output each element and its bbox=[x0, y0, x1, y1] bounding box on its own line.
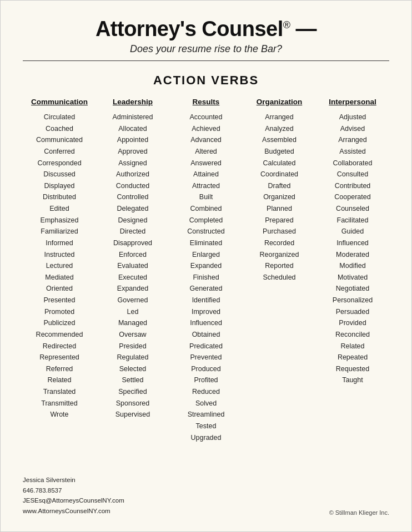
list-item: Redirected bbox=[36, 341, 83, 352]
list-item: Influenced bbox=[333, 237, 373, 249]
footer-phone: 646.783.8537 bbox=[23, 485, 124, 495]
col-items-organization: Arranged Analyzed Assembled Budgeted Cal… bbox=[260, 112, 299, 283]
list-item: Organized bbox=[260, 191, 299, 203]
list-item: Settled bbox=[113, 374, 153, 386]
column-results: Results Accounted Achieved Advanced Alte… bbox=[169, 98, 243, 443]
list-item: Communicated bbox=[36, 134, 83, 146]
list-item: Recommended bbox=[36, 329, 83, 341]
list-item: Related bbox=[36, 374, 83, 386]
list-item: Achieved bbox=[187, 123, 224, 135]
list-item: Informed bbox=[36, 237, 83, 249]
list-item: Appointed bbox=[113, 134, 153, 146]
list-item: Expanded bbox=[187, 260, 224, 272]
list-item: Disapproved bbox=[113, 237, 153, 249]
list-item: Regulated bbox=[113, 352, 153, 363]
list-item: Personalized bbox=[333, 295, 373, 306]
list-item: Corresponded bbox=[36, 158, 83, 169]
list-item: Motivated bbox=[333, 272, 373, 283]
list-item: Discussed bbox=[36, 169, 83, 180]
list-item: Supervised bbox=[113, 409, 153, 420]
col-items-interpersonal: Adjusted Advised Arranged Assisted Colla… bbox=[333, 112, 373, 386]
column-interpersonal: Interpersonal Adjusted Advised Arranged … bbox=[316, 98, 389, 386]
list-item: Enlarged bbox=[187, 249, 224, 261]
divider bbox=[23, 60, 389, 61]
list-item: Finished bbox=[187, 272, 224, 283]
list-item: Analyzed bbox=[260, 123, 299, 135]
list-item: Influenced bbox=[187, 317, 224, 329]
list-item: Lectured bbox=[36, 260, 83, 272]
columns-container: Communication Circulated Coached Communi… bbox=[23, 98, 389, 443]
list-item: Executed bbox=[113, 272, 153, 283]
footer-contact: Jessica Silverstein 646.783.8537 JESEsq@… bbox=[23, 475, 124, 516]
list-item: Completed bbox=[187, 215, 224, 226]
list-item: Reported bbox=[260, 260, 299, 272]
list-item: Calculated bbox=[260, 158, 299, 169]
list-item: Mediated bbox=[36, 272, 83, 283]
list-item: Specified bbox=[113, 386, 153, 398]
column-leadership: Leadership Administered Allocated Appoin… bbox=[96, 98, 169, 420]
list-item: Instructed bbox=[36, 249, 83, 261]
list-item: Presided bbox=[113, 341, 153, 352]
list-item: Delegated bbox=[113, 203, 153, 215]
list-item: Provided bbox=[333, 317, 373, 329]
col-header-organization: Organization bbox=[257, 98, 303, 106]
list-item: Sponsored bbox=[113, 398, 153, 409]
list-item: Prevented bbox=[187, 352, 224, 363]
list-item: Answered bbox=[187, 158, 224, 169]
col-items-leadership: Administered Allocated Appointed Approve… bbox=[113, 112, 153, 420]
list-item: Emphasized bbox=[36, 215, 83, 226]
list-item: Improved bbox=[187, 306, 224, 318]
list-item: Managed bbox=[113, 317, 153, 329]
list-item: Controlled bbox=[113, 191, 153, 203]
list-item: Oriented bbox=[36, 283, 83, 295]
list-item: Transmitted bbox=[36, 398, 83, 409]
list-item: Selected bbox=[113, 363, 153, 375]
list-item: Cooperated bbox=[333, 191, 373, 203]
list-item: Facilitated bbox=[333, 215, 373, 226]
list-item: Requested bbox=[333, 363, 373, 375]
list-item: Related bbox=[333, 341, 373, 352]
list-item: Referred bbox=[36, 363, 83, 375]
list-item: Represented bbox=[36, 352, 83, 363]
col-header-results: Results bbox=[193, 98, 220, 106]
list-item: Arranged bbox=[333, 134, 373, 146]
list-item: Contributed bbox=[333, 180, 373, 192]
brand-text: Attorney's Counsel bbox=[96, 17, 283, 40]
footer-name: Jessica Silverstein bbox=[23, 475, 124, 485]
list-item: Assembled bbox=[260, 134, 299, 146]
list-item: Reduced bbox=[187, 386, 224, 398]
list-item: Reconciled bbox=[333, 329, 373, 341]
list-item: Displayed bbox=[36, 180, 83, 192]
list-item: Obtained bbox=[187, 329, 224, 341]
list-item: Negotiated bbox=[333, 283, 373, 295]
list-item: Reorganized bbox=[260, 249, 299, 261]
list-item: Identified bbox=[187, 295, 224, 306]
list-item: Advised bbox=[333, 123, 373, 135]
list-item: Modified bbox=[333, 260, 373, 272]
list-item: Profited bbox=[187, 374, 224, 386]
list-item: Consulted bbox=[333, 169, 373, 180]
list-item: Attained bbox=[187, 169, 224, 180]
col-header-leadership: Leadership bbox=[113, 98, 153, 106]
list-item: Expanded bbox=[113, 283, 153, 295]
list-item: Coordinated bbox=[260, 169, 299, 180]
page: Attorney's Counsel® — Does your resume r… bbox=[0, 0, 412, 532]
list-item: Wrote bbox=[36, 409, 83, 420]
list-item: Generated bbox=[187, 283, 224, 295]
list-item: Promoted bbox=[36, 306, 83, 318]
header: Attorney's Counsel® — Does your resume r… bbox=[23, 17, 389, 55]
footer-website: www.AttorneysCounselNY.com bbox=[23, 506, 124, 516]
list-item: Enforced bbox=[113, 249, 153, 261]
list-item: Adjusted bbox=[333, 112, 373, 123]
list-item: Planned bbox=[260, 203, 299, 215]
list-item: Recorded bbox=[260, 237, 299, 249]
list-item: Drafted bbox=[260, 180, 299, 192]
list-item: Produced bbox=[187, 363, 224, 375]
list-item: Designed bbox=[113, 215, 153, 226]
list-item: Built bbox=[187, 191, 224, 203]
list-item: Distributed bbox=[36, 191, 83, 203]
list-item: Eliminated bbox=[187, 237, 224, 249]
list-item: Publicized bbox=[36, 317, 83, 329]
footer-email: JESEsq@AttorneysCounselNY.com bbox=[23, 495, 124, 505]
list-item: Taught bbox=[333, 374, 373, 386]
